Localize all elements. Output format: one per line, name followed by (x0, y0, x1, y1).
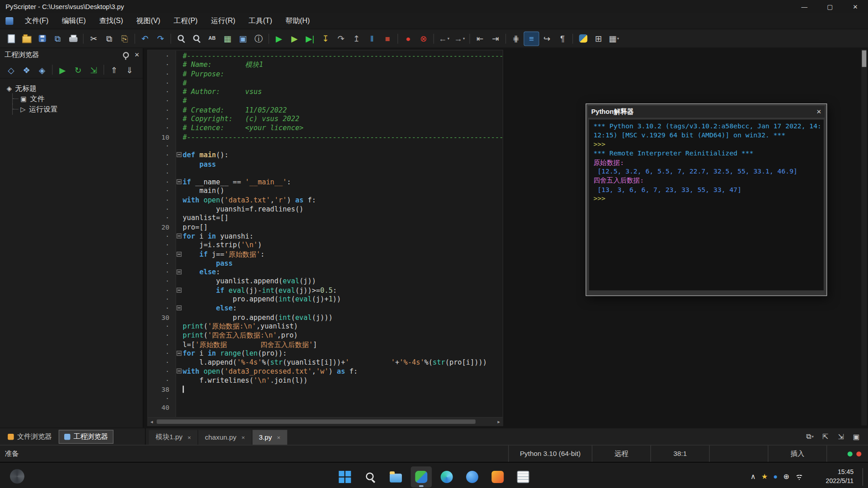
copy-button[interactable]: ⧉ (102, 32, 116, 45)
fold-collapse-icon[interactable] (177, 152, 182, 157)
code-line[interactable]: 40 (148, 403, 503, 412)
line-number[interactable]: · (148, 367, 175, 376)
code-line[interactable]: · (148, 394, 503, 403)
maximize-button[interactable]: ▢ (817, 0, 842, 13)
line-number[interactable]: · (148, 322, 175, 331)
menu-edit[interactable]: 编辑(E) (55, 13, 92, 28)
navigate-forward-button[interactable]: →▾ (452, 32, 467, 45)
menu-view[interactable]: 视图(V) (130, 13, 167, 28)
code-line[interactable]: 38 (148, 385, 503, 394)
line-number[interactable]: · (148, 61, 175, 70)
fold-collapse-icon[interactable] (177, 234, 182, 239)
line-number[interactable]: · (148, 268, 175, 277)
print-button[interactable] (66, 32, 80, 45)
code-line[interactable]: 10#-------------------------------------… (148, 132, 503, 141)
code-line[interactable]: ·l=['原始数据 四舍五入后数据'] (148, 340, 503, 349)
explorer-taskbar-button[interactable] (385, 466, 406, 488)
code-line[interactable]: ·# Copyright: (c) vsus 2022 (148, 115, 503, 124)
panel-tab-file-browser[interactable]: 文件浏览器 (2, 430, 57, 444)
code-line[interactable]: ·# Author: vsus (148, 88, 503, 97)
special-chars-button[interactable]: ¶ (555, 32, 570, 45)
code-line[interactable]: · yuanlist.append(eval(j)) (148, 277, 503, 286)
scroll-right-arrow-icon[interactable]: ▸ (495, 419, 503, 424)
project-import-button[interactable]: ⇲ (86, 63, 101, 76)
start-taskbar-button[interactable] (335, 466, 356, 488)
line-number[interactable]: 10 (148, 132, 175, 141)
tab-close-icon[interactable]: × (241, 434, 245, 441)
minimize-button[interactable]: — (792, 0, 817, 13)
code-line[interactable]: ·print('四舍五入后数据:\n',pro) (148, 331, 503, 340)
debug-button[interactable]: ▶ (288, 32, 302, 45)
tab-close-icon[interactable]: × (277, 434, 280, 441)
menu-help[interactable]: 帮助(H) (279, 13, 316, 28)
interpreter-console[interactable]: *** Python 3.10.2 (tags/v3.10.2:a58ebcc,… (589, 119, 825, 291)
line-number[interactable]: · (148, 160, 175, 169)
word-wrap-button[interactable]: ↪ (540, 32, 554, 45)
find-in-files-button[interactable]: ▦ (220, 32, 235, 45)
fold-collapse-icon[interactable] (177, 351, 182, 356)
layouts-button[interactable]: ▦▾ (607, 32, 621, 45)
pause-button[interactable]: ‖ (365, 32, 379, 45)
code-line[interactable]: · l.append('%-4s'%(str(yuanlist[i]))+' '… (148, 358, 503, 367)
code-line[interactable]: ·# Purpose: (148, 70, 503, 79)
menu-search[interactable]: 查找(S) (92, 13, 129, 28)
code-line[interactable]: ·yuanlist=[] (148, 214, 503, 223)
editor-horizontal-scrollbar[interactable]: ◂ ▸ (148, 417, 503, 425)
find-next-button[interactable]: AB (205, 32, 219, 45)
menu-file[interactable]: 文件(F) (18, 13, 55, 28)
line-number[interactable]: · (148, 52, 175, 61)
fold-collapse-icon[interactable] (177, 179, 182, 184)
line-number[interactable]: · (148, 241, 175, 250)
python-engine-button[interactable] (576, 32, 590, 45)
line-number[interactable]: · (148, 259, 175, 268)
line-number[interactable]: · (148, 196, 175, 205)
toggle-breakpoint-button[interactable]: ● (401, 32, 415, 45)
line-number[interactable]: · (148, 178, 175, 187)
code-line[interactable]: · pass (148, 259, 503, 268)
fold-collapse-icon[interactable] (177, 252, 182, 257)
step-into-button[interactable]: ↧ (318, 32, 333, 45)
run-button[interactable]: ▶ (272, 32, 286, 45)
show-desktop-button[interactable] (863, 468, 865, 485)
code-line[interactable]: ·def main(): (148, 150, 503, 160)
line-number[interactable]: · (148, 70, 175, 79)
code-line[interactable]: ·# Name: 模块1 (148, 61, 503, 70)
orange-app-taskbar-button[interactable] (487, 466, 509, 488)
find-replace-button[interactable] (189, 32, 204, 45)
clear-breakpoints-button[interactable]: ⊗ (416, 32, 431, 45)
vertical-scrollbar-thumb[interactable] (862, 50, 867, 67)
code-line[interactable]: ·# (148, 79, 503, 88)
show-gutter-button[interactable]: ⋕ (509, 32, 523, 45)
code-line[interactable]: ·if __name__ == '__main__': (148, 178, 503, 187)
code-line[interactable]: · yuanshi=f.readlines() (148, 205, 503, 214)
code-line[interactable]: ·with open('data3.txt','r') as f: (148, 196, 503, 205)
panel-close-icon[interactable]: ✕ (134, 51, 139, 58)
line-number[interactable]: · (148, 232, 175, 241)
fold-collapse-icon[interactable] (177, 305, 182, 310)
line-number[interactable]: · (148, 376, 175, 385)
stop-button[interactable]: ■ (380, 32, 395, 45)
line-number[interactable]: · (148, 394, 175, 403)
code-editor[interactable]: ·#--------------------------------------… (147, 50, 503, 426)
line-number[interactable]: · (148, 331, 175, 340)
line-number[interactable]: · (148, 214, 175, 223)
project-new-button[interactable]: ◇ (4, 63, 19, 76)
editor-tab-mokuai1[interactable]: 模块1.py× (149, 430, 198, 445)
project-save-button[interactable]: ◈ (35, 63, 49, 76)
find-button[interactable] (174, 32, 188, 45)
line-number[interactable]: · (148, 169, 175, 178)
tree-item-untitled-root[interactable]: ◈无标题 (0, 83, 143, 94)
pin-icon[interactable] (123, 52, 129, 57)
cut-button[interactable]: ✂ (86, 32, 101, 45)
float-window-button[interactable]: ⇱ (819, 431, 831, 442)
scrollbar-thumb[interactable] (157, 419, 476, 424)
redo-button[interactable]: ↷ (153, 32, 168, 45)
menu-run[interactable]: 运行(R) (204, 13, 242, 28)
line-number[interactable]: · (148, 277, 175, 286)
code-line[interactable]: ·# Licence: <your licence> (148, 124, 503, 133)
interpreter-close-icon[interactable]: ✕ (816, 108, 821, 115)
blue-circle-icon[interactable]: ● (774, 473, 778, 480)
line-numbers-button[interactable]: ≡ (524, 32, 539, 45)
star-icon[interactable]: ★ (761, 473, 768, 480)
line-number[interactable]: · (148, 150, 175, 160)
